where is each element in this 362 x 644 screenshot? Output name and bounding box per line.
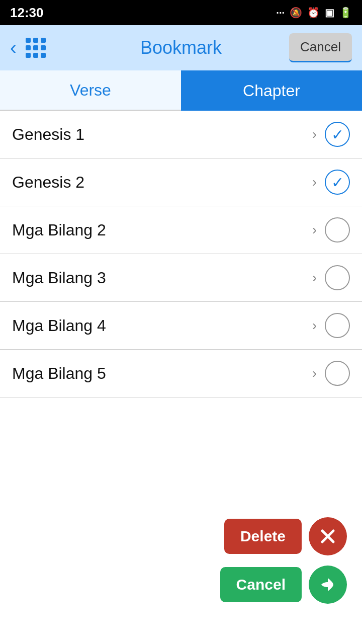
list-item-text: Mga Bilang 3 <box>12 269 106 287</box>
list-item[interactable]: Genesis 2 › ✓ <box>0 158 362 206</box>
list-item-text: Genesis 1 <box>12 125 84 144</box>
alarm-icon: ⏰ <box>307 7 320 19</box>
toolbar: ‹ Bookmark Cancel <box>0 25 362 70</box>
action-area: Delete Cancel <box>220 517 347 604</box>
x-icon <box>318 527 337 546</box>
checkbox[interactable] <box>325 265 350 290</box>
tab-verse[interactable]: Verse <box>0 70 181 111</box>
status-icons: ··· 🔕 ⏰ ▣ 🔋 <box>276 7 352 19</box>
grid-button[interactable] <box>26 38 46 58</box>
list-item[interactable]: Mga Bilang 2 › <box>0 206 362 254</box>
toolbar-cancel-button[interactable]: Cancel <box>289 33 352 62</box>
list-item-right: › ✓ <box>312 170 350 195</box>
chevron-icon: › <box>312 222 317 238</box>
delete-row: Delete <box>224 517 347 555</box>
list-item-text: Mga Bilang 5 <box>12 364 106 383</box>
checkbox[interactable] <box>325 361 350 386</box>
forward-icon <box>318 575 337 594</box>
list-item-text: Mga Bilang 4 <box>12 316 106 335</box>
tab-bar: Verse Chapter <box>0 70 362 111</box>
checkbox[interactable]: ✓ <box>325 170 350 195</box>
list-item-right: › <box>312 313 350 338</box>
list-item-right: › <box>312 265 350 290</box>
chevron-icon: › <box>312 365 317 381</box>
dots-icon: ··· <box>276 7 285 19</box>
checkbox[interactable] <box>325 217 350 243</box>
list-item-text: Mga Bilang 2 <box>12 221 106 239</box>
toolbar-title: Bookmark <box>140 37 222 58</box>
toolbar-left: ‹ <box>10 38 46 58</box>
status-time: 12:30 <box>10 5 44 21</box>
cancel-row: Cancel <box>220 566 347 604</box>
chevron-icon: › <box>312 270 317 286</box>
list-item[interactable]: Mga Bilang 4 › <box>0 302 362 350</box>
sim-icon: ▣ <box>325 7 334 19</box>
checkbox[interactable] <box>325 313 350 338</box>
chevron-icon: › <box>312 126 317 142</box>
back-button[interactable]: ‹ <box>10 38 17 57</box>
battery-icon: 🔋 <box>339 7 352 19</box>
list-item-text: Genesis 2 <box>12 173 84 192</box>
list-item-right: › ✓ <box>312 122 350 147</box>
list-item-right: › <box>312 217 350 243</box>
delete-circle-button[interactable] <box>309 517 347 555</box>
status-bar: 12:30 ··· 🔕 ⏰ ▣ 🔋 <box>0 0 362 25</box>
delete-button[interactable]: Delete <box>224 519 302 554</box>
chevron-icon: › <box>312 174 317 190</box>
mute-icon: 🔕 <box>290 7 302 19</box>
go-circle-button[interactable] <box>309 566 347 604</box>
list-item[interactable]: Genesis 1 › ✓ <box>0 111 362 158</box>
list-item[interactable]: Mga Bilang 3 › <box>0 254 362 302</box>
list-item-right: › <box>312 361 350 386</box>
tab-chapter[interactable]: Chapter <box>181 70 362 111</box>
list-item[interactable]: Mga Bilang 5 › <box>0 350 362 397</box>
checkbox[interactable]: ✓ <box>325 122 350 147</box>
chevron-icon: › <box>312 317 317 334</box>
bookmark-list: Genesis 1 › ✓ Genesis 2 › ✓ Mga Bilang 2… <box>0 111 362 397</box>
cancel-action-button[interactable]: Cancel <box>220 567 302 602</box>
